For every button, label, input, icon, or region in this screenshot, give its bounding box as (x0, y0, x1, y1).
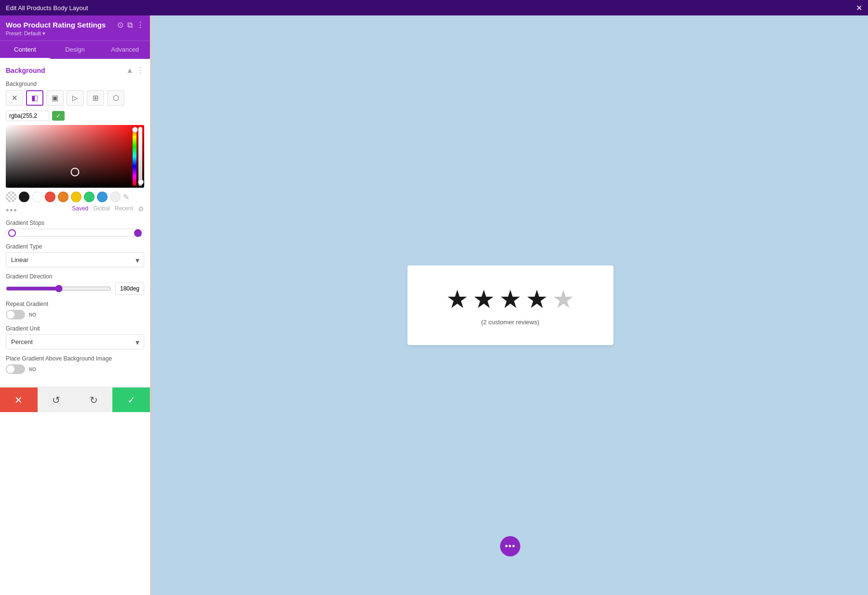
hue-bar[interactable] (133, 127, 136, 186)
tab-content[interactable]: Content (0, 41, 50, 59)
gradient-unit-select-wrap: Percent Pixels (6, 334, 144, 349)
gradient-stop-left[interactable] (8, 229, 16, 237)
top-bar: Edit All Products Body Layout ✕ (0, 0, 868, 15)
swatch-white[interactable] (32, 192, 42, 202)
swatch-blue[interactable] (97, 192, 108, 202)
left-panel: Woo Product Rating Settings ⊙ ⧉ ⋮ Preset… (0, 15, 150, 595)
undo-button[interactable]: ↺ (38, 387, 75, 412)
star-4: ★ (526, 285, 548, 314)
place-gradient-toggle[interactable] (6, 364, 25, 374)
panel-title-icons: ⊙ ⧉ ⋮ (117, 20, 144, 29)
gradient-unit-select[interactable]: Percent Pixels (6, 334, 144, 349)
gradient-unit-label: Gradient Unit (6, 325, 144, 332)
tab-advanced[interactable]: Advanced (100, 41, 150, 59)
gradient-type-label: Gradient Type (6, 243, 144, 250)
swatches-more[interactable]: ••• (6, 206, 18, 216)
section-title: Background (6, 67, 45, 74)
color-canvas[interactable] (6, 125, 144, 188)
close-icon[interactable]: ✕ (856, 3, 862, 13)
swatches-tab-global[interactable]: Global (93, 205, 110, 213)
review-count: (2 customer reviews) (481, 318, 540, 326)
tabs: Content Design Advanced (0, 41, 150, 59)
more-icon[interactable]: ⋮ (136, 20, 144, 29)
top-bar-title: Edit All Products Body Layout (6, 4, 88, 12)
bg-type-mask[interactable]: ⬡ (107, 90, 124, 106)
gradient-direction-slider[interactable] (6, 285, 111, 292)
rating-card: ★ ★ ★ ★ ★ (2 customer reviews) (407, 265, 613, 345)
gradient-stops-section: Gradient Stops (6, 220, 144, 236)
place-gradient-field: Place Gradient Above Background Image NO (6, 355, 144, 374)
swatches-tab-recent[interactable]: Recent (115, 205, 133, 213)
panel-preset[interactable]: Preset: Default ▾ (6, 30, 144, 37)
bg-type-none[interactable]: ✕ (6, 90, 23, 106)
color-canvas-wrap[interactable] (6, 125, 144, 188)
background-label: Background (6, 81, 144, 87)
gradient-stops-label: Gradient Stops (6, 220, 144, 226)
place-gradient-toggle-row: NO (6, 364, 144, 374)
gradient-type-select[interactable]: Linear Radial (6, 252, 144, 267)
stars-row: ★ ★ ★ ★ ★ (446, 285, 575, 314)
section-more-icon[interactable]: ⋮ (136, 66, 144, 75)
gradient-stops-bar[interactable] (6, 229, 144, 236)
swatches-row: ✎ (6, 192, 144, 202)
repeat-gradient-toggle[interactable] (6, 310, 25, 319)
place-gradient-no-label: NO (29, 367, 36, 372)
color-confirm-button[interactable]: ✓ (52, 111, 65, 121)
gradient-direction-field: Gradient Direction (6, 273, 144, 295)
gradient-direction-input[interactable] (115, 282, 144, 295)
panel-header: Woo Product Rating Settings ⊙ ⧉ ⋮ Preset… (0, 15, 150, 41)
save-button[interactable]: ✓ (112, 387, 150, 412)
bg-type-color[interactable]: ◧ (26, 90, 43, 106)
floating-dots-button[interactable]: ••• (500, 536, 520, 556)
swatch-red[interactable] (45, 192, 55, 202)
alpha-thumb[interactable] (138, 179, 144, 185)
gradient-type-select-wrap: Linear Radial (6, 252, 144, 267)
place-gradient-label: Place Gradient Above Background Image (6, 355, 144, 362)
panel-title-row: Woo Product Rating Settings ⊙ ⧉ ⋮ (6, 20, 144, 29)
gradient-direction-label: Gradient Direction (6, 273, 144, 280)
swatch-green[interactable] (84, 192, 95, 202)
swatch-edit-icon[interactable]: ✎ (123, 193, 129, 202)
layout-icon[interactable]: ⧉ (127, 21, 133, 29)
repeat-gradient-field: Repeat Gradient NO (6, 301, 144, 319)
star-2: ★ (473, 285, 495, 314)
repeat-gradient-toggle-row: NO (6, 310, 144, 319)
tab-design[interactable]: Design (50, 41, 100, 59)
color-value-row: ✓ (6, 111, 144, 121)
bg-type-video[interactable]: ▷ (67, 90, 84, 106)
swatches-tabs: Saved Global Recent ⚙ (72, 205, 144, 213)
swatches-tab-saved[interactable]: Saved (72, 205, 88, 213)
collapse-icon[interactable]: ▲ (126, 66, 134, 75)
section-header: Background ▲ ⋮ (6, 66, 144, 75)
swatches-gear-icon[interactable]: ⚙ (138, 205, 144, 213)
background-section: Background ▲ ⋮ Background ✕ ◧ ▣ ▷ ⊞ ⬡ ✓ (0, 59, 150, 387)
swatch-orange[interactable] (58, 192, 68, 202)
star-5: ★ (552, 285, 575, 314)
cancel-button[interactable]: ✕ (0, 387, 38, 412)
bg-type-pattern[interactable]: ⊞ (87, 90, 104, 106)
main-layout: Woo Product Rating Settings ⊙ ⧉ ⋮ Preset… (0, 15, 868, 595)
panel-title: Woo Product Rating Settings (6, 21, 106, 29)
repeat-gradient-label: Repeat Gradient (6, 301, 144, 307)
bottom-toolbar: ✕ ↺ ↻ ✓ (0, 387, 150, 412)
swatch-yellow[interactable] (71, 192, 81, 202)
direction-row (6, 282, 144, 295)
section-actions: ▲ ⋮ (126, 66, 144, 75)
toggle-knob (7, 311, 14, 318)
sliders-col (131, 125, 144, 188)
swatch-light[interactable] (110, 192, 121, 202)
hue-thumb[interactable] (132, 127, 138, 133)
settings-icon[interactable]: ⊙ (117, 20, 123, 29)
swatch-black[interactable] (19, 192, 29, 202)
gradient-stop-right[interactable] (134, 229, 142, 237)
swatch-checker[interactable] (6, 192, 16, 202)
alpha-bar[interactable] (138, 127, 142, 186)
redo-button[interactable]: ↻ (75, 387, 113, 412)
color-hex-input[interactable] (6, 111, 49, 121)
gradient-type-field: Gradient Type Linear Radial (6, 243, 144, 267)
star-3: ★ (499, 285, 522, 314)
canvas-area: ★ ★ ★ ★ ★ (2 customer reviews) ••• (152, 15, 868, 595)
bg-type-image[interactable]: ▣ (46, 90, 64, 106)
bg-type-row: ✕ ◧ ▣ ▷ ⊞ ⬡ (6, 90, 144, 106)
star-1: ★ (446, 285, 469, 314)
